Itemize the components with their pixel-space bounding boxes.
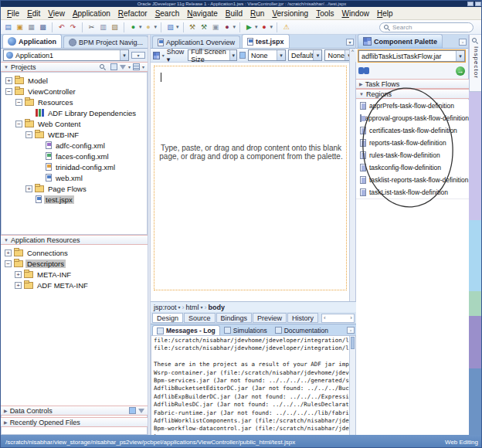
palette-find-icon[interactable] [358,67,369,74]
menu-refactor[interactable]: Refactor [114,8,151,19]
palette-library-arrow-icon[interactable]: ▾ [456,51,464,61]
maximize-window-icon[interactable] [475,2,481,6]
expand-icon[interactable]: + [25,185,32,192]
tree-row[interactable]: −WEB-INF [2,129,147,140]
tab-application1-overview[interactable]: Application1 Overview [152,36,240,48]
scroll-left-icon[interactable]: ‹ [324,314,326,321]
menu-tools[interactable]: Tools [312,8,338,19]
application-selector-arrow-icon[interactable]: ▾ [120,50,128,60]
palette-go-icon[interactable]: → [456,66,465,76]
go-to-icon-dropdown[interactable]: ▾ [176,24,179,30]
tree-row[interactable]: test.jspx [2,194,147,205]
tab-test-jspx[interactable]: test.jspx [242,34,290,48]
tree-row[interactable]: −Descriptors [1,258,148,269]
tab-application[interactable]: Application [2,34,62,48]
collapse-icon[interactable]: − [15,99,22,106]
tree-row[interactable]: −Resources [2,97,147,107]
scroll-right-icon[interactable]: › [350,314,352,321]
palette-section-task-flows[interactable]: ▶Task Flows [356,79,469,89]
tab-inspector[interactable]: Inspector [469,35,482,92]
forward-icon-dropdown[interactable]: ▾ [154,24,158,30]
collapse-icon[interactable]: − [5,260,12,267]
expand-section-icon[interactable]: ▶ [4,408,8,413]
paste-icon[interactable]: ▨ [110,22,120,32]
recently-opened-files-header[interactable]: ▶ Recently Opened Files [1,417,148,427]
expand-section-icon[interactable]: ▶ [4,419,8,425]
undo-icon[interactable]: ↶ [56,22,66,32]
application-menu-button[interactable]: ▾ [131,52,145,59]
back-icon[interactable]: ● [128,22,138,32]
tree-row[interactable]: trinidad-config.xml [2,161,147,172]
expand-icon[interactable]: + [15,282,22,289]
menu-run[interactable]: Run [246,8,268,19]
refresh-icon[interactable] [129,407,136,414]
menu-window[interactable]: Window [338,8,373,19]
view-tab-preview[interactable]: Preview [253,313,287,323]
view-tab-design[interactable]: Design [152,313,183,323]
tree-row[interactable]: −ViewController [2,86,147,97]
forward-icon[interactable]: ● [144,22,154,32]
editor-vertical-scrollbar[interactable]: ˄ [349,49,355,301]
go-to-icon[interactable]: ▧ [165,22,175,32]
palette-item[interactable]: tasklist-reports-task-flow-definition [356,174,469,186]
tab-component-palette[interactable]: Component Palette [358,34,443,48]
palette-library-select[interactable]: adflibTaskListTaskFlow.jar ▾ [358,50,465,62]
collapse-icon[interactable]: − [5,88,12,95]
tree-row[interactable]: +ADF META-INF [1,280,148,290]
view-tab-history[interactable]: History [287,313,318,323]
tree-row[interactable]: web.xml [2,172,147,183]
style-class-icon[interactable] [239,52,246,59]
screen-size-select[interactable]: Full Screen Size▾ [188,49,237,61]
collapse-section-icon[interactable]: ▼ [359,92,364,97]
log-tab-documentation[interactable]: Documentation [271,325,332,335]
breadcrumb-body[interactable]: body [209,304,226,311]
palette-item[interactable]: rules-task-flow-definition [356,149,469,161]
menu-view[interactable]: View [44,8,69,19]
save-all-icon[interactable]: ▩ [38,22,48,32]
page-drop-zone[interactable]: Type, paste, or drag and drop content on… [154,66,347,290]
minimize-log-button[interactable]: ▫ [347,327,355,334]
page-facets-dropdown-icon[interactable]: ▾ [162,53,165,58]
page-facets-icon[interactable] [153,52,160,59]
tree-row[interactable]: +META-INF [1,269,148,280]
tab-list-dropdown-icon[interactable]: ▾ [346,39,354,46]
skin-select[interactable]: Default▾ [288,49,323,61]
copy-icon[interactable]: ▥ [98,22,108,32]
application-resources-header[interactable]: ▼ Application Resources [1,235,148,245]
collapse-section-icon[interactable]: ▼ [4,65,8,70]
menu-versioning[interactable]: Versioning [268,8,312,19]
expand-icon[interactable]: + [5,249,12,256]
data-controls-filter-icon[interactable] [138,409,144,413]
debug-icon-dropdown[interactable]: ▾ [270,24,273,30]
breadcrumb-html[interactable]: html▾ [186,304,203,311]
minimize-window-icon[interactable] [467,2,474,6]
make-icon[interactable]: ▣ [211,22,221,32]
tab-bpm-project-navig-[interactable]: BPM Project Navig... [63,36,148,48]
working-sets-icon[interactable] [110,63,117,70]
redo-icon[interactable]: ↷ [68,22,78,32]
sort-dropdown-icon[interactable]: ▾ [142,64,144,70]
run-icon[interactable]: ▶ [244,22,254,32]
breadcrumb-dropdown-icon[interactable]: ▾ [178,304,181,310]
collapse-icon[interactable]: − [25,131,32,138]
expand-section-icon[interactable]: ▶ [359,81,363,87]
projects-header[interactable]: ▼ Projects ▾ ▾ [1,62,148,72]
tree-row[interactable]: adfc-config.xml [2,140,147,151]
menu-application[interactable]: Application [69,8,114,19]
application-selector[interactable]: Application1 ▾ [3,49,129,61]
breadcrumb-dropdown-icon[interactable]: ▾ [201,304,203,310]
tree-row[interactable]: −Web Content [2,118,147,129]
menu-help[interactable]: Help [373,8,397,19]
tree-row[interactable]: faces-config.xml [2,151,147,161]
palette-item[interactable]: approval-groups-task-flow-definition [356,112,469,124]
palette-section-regions[interactable]: ▼Regions [356,89,469,99]
palette-item[interactable]: apprPrefs-task-flow-definition [356,100,469,112]
log-tab-simulations[interactable]: Simulations [220,325,271,335]
log-output[interactable]: file:/scratch/nisabhar/jdevhome/jdevelop… [151,335,356,442]
minimize-palette-button[interactable]: ▫ [459,39,467,46]
tree-row[interactable]: +Page Flows [2,183,147,194]
warning-icon[interactable]: ⚠ [281,22,291,32]
menu-navigate[interactable]: Navigate [183,8,221,19]
filter-icon[interactable] [120,65,126,70]
palette-item[interactable]: taskconfig-flow-definition [356,161,469,174]
